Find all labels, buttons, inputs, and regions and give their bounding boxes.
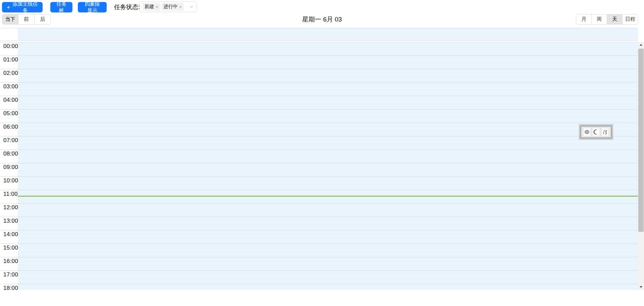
hour-line	[0, 55, 638, 56]
ime-width-mode-button[interactable]	[592, 128, 600, 136]
time-label: 01:00	[3, 56, 18, 63]
hour-line	[0, 230, 638, 230]
time-label: 04:00	[3, 97, 18, 103]
time-label: 07:00	[3, 137, 18, 144]
time-label: 00:00	[3, 43, 18, 50]
hour-line	[0, 109, 638, 110]
hour-line	[0, 82, 638, 83]
status-tag[interactable]: 进行中×	[162, 3, 184, 11]
time-label: 17:00	[3, 271, 18, 278]
add-main-task-label: 添加主线任务	[12, 1, 38, 14]
current-time-indicator	[18, 196, 638, 196]
hour-line	[0, 163, 638, 163]
arrow-up-icon	[640, 44, 642, 46]
time-label: 09:00	[3, 164, 18, 171]
time-label: 10:00	[3, 177, 18, 184]
task-tree-button[interactable]: 任务树	[50, 2, 72, 12]
chinese-mode-icon	[584, 129, 590, 135]
hour-line	[0, 42, 638, 42]
task-calendar-app: + 添加主线任务 任务树 四象限显示 任务状态: 新建×进行中× 当下 前 后 …	[0, 0, 644, 306]
hour-line	[0, 203, 638, 204]
ime-language-bar[interactable]	[580, 125, 612, 139]
close-icon[interactable]: ×	[156, 5, 158, 9]
time-label: 14:00	[3, 231, 18, 238]
hour-line	[0, 69, 638, 69]
status-tag-label: 新建	[145, 4, 154, 10]
hour-line	[0, 176, 638, 177]
close-icon[interactable]: ×	[179, 5, 182, 9]
view-week-button[interactable]: 周	[592, 14, 607, 24]
date-title: 星期一 6月 03	[0, 14, 644, 25]
scroll-up-button[interactable]	[638, 42, 644, 48]
scrollbar-thumb[interactable]	[638, 49, 644, 232]
chevron-down-icon	[190, 5, 194, 9]
task-status-select[interactable]: 新建×进行中×	[140, 1, 197, 12]
time-label: 13:00	[3, 218, 18, 224]
time-label: 18:00	[3, 285, 18, 290]
toolbar: + 添加主线任务 任务树 四象限显示 任务状态: 新建×进行中×	[0, 0, 644, 13]
punctuation-icon	[602, 129, 608, 135]
hour-line	[0, 190, 638, 190]
time-label: 16:00	[3, 258, 18, 265]
time-grid-slots[interactable]	[18, 42, 638, 290]
hour-line	[0, 257, 638, 257]
hour-line	[0, 96, 638, 96]
time-label: 03:00	[3, 83, 18, 90]
hour-line	[0, 244, 638, 244]
quadrant-display-button[interactable]: 四象限显示	[78, 2, 107, 12]
time-grid: 00:0001:0002:0003:0004:0005:0006:0007:00…	[0, 42, 638, 290]
view-agenda-button[interactable]: 日程	[623, 14, 638, 24]
half-width-moon-icon	[593, 129, 599, 135]
time-label: 02:00	[3, 70, 18, 77]
view-day-button[interactable]: 天	[607, 14, 623, 24]
time-label: 08:00	[3, 150, 18, 157]
ime-chinese-mode-button[interactable]	[583, 128, 591, 136]
vertical-scrollbar[interactable]	[638, 42, 644, 290]
status-tag[interactable]: 新建×	[143, 3, 160, 11]
view-month-button[interactable]: 月	[576, 14, 592, 24]
hour-line	[0, 136, 638, 136]
time-label: 15:00	[3, 245, 18, 251]
plus-icon: +	[7, 4, 10, 10]
all-day-fill[interactable]	[18, 28, 638, 40]
time-label: 11:00	[3, 191, 18, 198]
hour-line	[0, 284, 638, 284]
arrow-down-icon	[640, 286, 642, 288]
task-status-label: 任务状态:	[114, 3, 140, 11]
hour-line	[0, 217, 638, 217]
add-main-task-button[interactable]: + 添加主线任务	[2, 2, 43, 12]
hour-line	[0, 123, 638, 123]
view-switch-group: 月周天日程	[576, 14, 638, 25]
scroll-down-button[interactable]	[638, 284, 644, 290]
ime-punctuation-mode-button[interactable]	[601, 128, 609, 136]
hour-line	[0, 149, 638, 150]
status-tag-label: 进行中	[164, 4, 178, 10]
time-label: 12:00	[3, 204, 18, 211]
hour-line	[0, 270, 638, 271]
calendar-nav-row: 当下 前 后 星期一 6月 03 月周天日程	[0, 14, 644, 25]
status-tag-list: 新建×进行中×	[141, 3, 184, 11]
time-label: 06:00	[3, 124, 18, 130]
all-day-row	[0, 28, 638, 41]
time-label: 05:00	[3, 110, 18, 117]
